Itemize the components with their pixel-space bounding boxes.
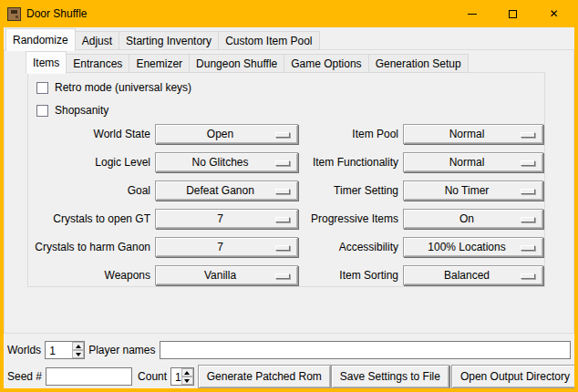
logic-level-label: Logic Level [33, 156, 152, 169]
item-sorting-label: Item Sorting [301, 269, 400, 282]
retro-mode-checkbox[interactable] [36, 82, 48, 94]
count-label: Count [138, 370, 167, 383]
spinner-arrows [72, 342, 84, 358]
accessibility-dropdown[interactable]: 100% Locations [403, 237, 543, 257]
item-pool-label: Item Pool [301, 128, 400, 140]
seed-input[interactable] [46, 367, 132, 386]
progressive-items-label: Progressive Items [301, 212, 400, 225]
close-button[interactable]: ✕ [533, 0, 574, 27]
player-names-label: Player names [88, 344, 155, 356]
timer-setting-dropdown[interactable]: No Timer [403, 181, 543, 201]
client-area: Randomize Adjust Starting Inventory Cust… [4, 27, 574, 388]
shopsanity-row: Shopsanity [36, 104, 544, 117]
crystals-ganon-dropdown[interactable]: 7 [155, 237, 298, 257]
goal-dropdown[interactable]: Defeat Ganon [155, 181, 298, 201]
tab-items[interactable]: Items [26, 51, 67, 74]
goal-label: Goal [33, 184, 152, 197]
app-icon [7, 7, 21, 21]
minimize-icon [468, 14, 477, 15]
dropdown-indicator-icon [275, 217, 290, 222]
randomize-panel: Items Entrances Enemizer Dungeon Shuffle… [4, 49, 574, 334]
dropdown-indicator-icon [521, 217, 535, 222]
count-spinner[interactable]: 1 [170, 367, 194, 386]
world-state-label: World State [33, 128, 152, 140]
shopsanity-label: Shopsanity [55, 104, 108, 117]
progressive-items-dropdown[interactable]: On [403, 209, 543, 229]
weapons-label: Weapons [33, 269, 152, 282]
dropdown-indicator-icon [521, 273, 535, 279]
worlds-row: Worlds 1 Player names [7, 341, 571, 359]
player-names-input[interactable] [160, 341, 572, 359]
window: Door Shuffle ✕ Randomize Adjust Starting… [0, 0, 578, 392]
spin-up-icon[interactable] [72, 342, 84, 350]
inner-tab-bar: Items Entrances Enemizer Dungeon Shuffle… [5, 51, 573, 73]
generate-patched-rom-button[interactable]: Generate Patched Rom [198, 365, 331, 388]
caption-buttons: ✕ [451, 0, 574, 27]
spinner-arrows [181, 368, 193, 385]
worlds-label: Worlds [7, 344, 41, 356]
dropdown-indicator-icon [275, 189, 290, 194]
titlebar: Door Shuffle ✕ [4, 0, 574, 27]
tab-randomize[interactable]: Randomize [5, 28, 76, 51]
tab-starting-inventory[interactable]: Starting Inventory [119, 31, 219, 50]
open-output-directory-button[interactable]: Open Output Directory [451, 365, 574, 388]
bottom-bar: Worlds 1 Player names Seed # Count 1 [4, 341, 574, 388]
worlds-spinner[interactable]: 1 [45, 341, 85, 359]
item-pool-dropdown[interactable]: Normal [403, 124, 543, 144]
timer-setting-label: Timer Setting [301, 184, 400, 197]
shopsanity-checkbox[interactable] [36, 105, 48, 117]
dropdown-indicator-icon [275, 132, 290, 138]
crystals-gt-dropdown[interactable]: 7 [155, 209, 298, 229]
world-state-dropdown[interactable]: Open [155, 124, 298, 144]
item-functionality-label: Item Functionality [301, 156, 400, 169]
crystals-ganon-label: Crystals to harm Ganon [33, 241, 152, 253]
dropdown-indicator-icon [521, 132, 535, 138]
dropdown-indicator-icon [275, 273, 290, 279]
tab-adjust[interactable]: Adjust [75, 31, 119, 50]
tab-generation-setup[interactable]: Generation Setup [368, 54, 469, 73]
maximize-icon [509, 10, 517, 18]
options-grid: World State Open Item Pool Normal Logic … [33, 124, 544, 285]
retro-mode-row: Retro mode (universal keys) [36, 81, 544, 94]
window-title: Door Shuffle [26, 7, 88, 20]
save-settings-button[interactable]: Save Settings to File [331, 365, 449, 388]
tab-dungeon-shuffle[interactable]: Dungeon Shuffle [189, 54, 284, 73]
maximize-button[interactable] [492, 0, 533, 27]
tab-game-options[interactable]: Game Options [284, 54, 368, 73]
crystals-gt-label: Crystals to open GT [33, 212, 152, 225]
dropdown-indicator-icon [275, 245, 290, 251]
dropdown-indicator-icon [521, 160, 535, 166]
dropdown-indicator-icon [275, 160, 290, 166]
item-sorting-dropdown[interactable]: Balanced [403, 265, 543, 285]
tab-custom-item-pool[interactable]: Custom Item Pool [218, 31, 319, 50]
minimize-button[interactable] [451, 0, 492, 27]
weapons-dropdown[interactable]: Vanilla [155, 265, 298, 285]
seed-label: Seed # [7, 370, 42, 383]
close-icon: ✕ [549, 8, 558, 19]
tab-enemizer[interactable]: Enemizer [129, 54, 190, 73]
dropdown-indicator-icon [521, 189, 535, 194]
seed-row: Seed # Count 1 Generate Patched Rom Save… [7, 365, 571, 388]
dropdown-indicator-icon [521, 245, 535, 251]
accessibility-label: Accessibility [301, 241, 400, 253]
item-functionality-dropdown[interactable]: Normal [403, 152, 543, 172]
spin-down-icon[interactable] [72, 350, 84, 358]
tab-entrances[interactable]: Entrances [66, 54, 129, 73]
items-panel: Retro mode (universal keys) Shopsanity W… [27, 72, 545, 287]
retro-mode-label: Retro mode (universal keys) [55, 81, 191, 94]
logic-level-dropdown[interactable]: No Glitches [155, 152, 298, 172]
outer-tab-bar: Randomize Adjust Starting Inventory Cust… [4, 28, 574, 50]
spin-down-icon[interactable] [181, 377, 193, 385]
spin-up-icon[interactable] [181, 368, 193, 377]
